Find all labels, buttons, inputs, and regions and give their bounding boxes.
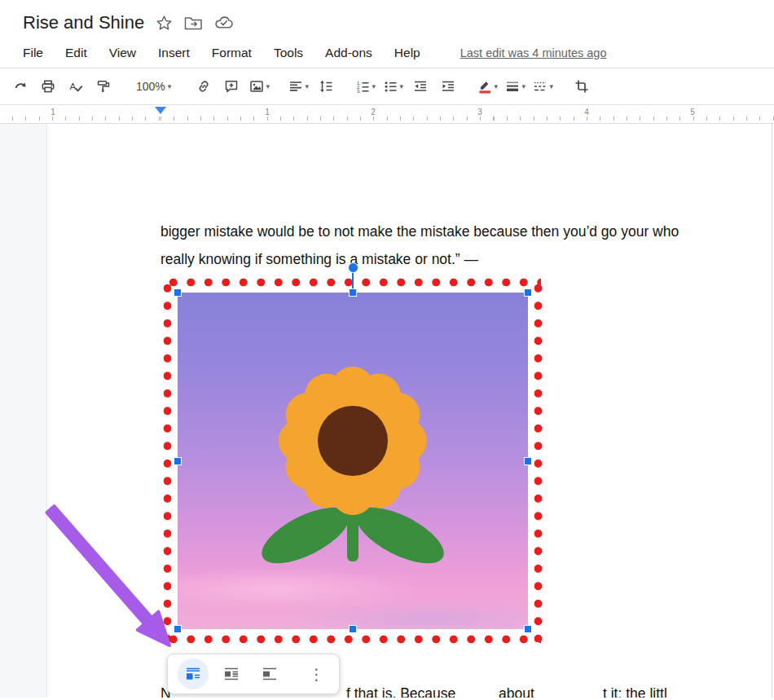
star-icon[interactable] [156, 15, 173, 32]
align-button[interactable]: ▾ [287, 74, 310, 99]
wrap-option-wrap-text[interactable] [216, 658, 247, 689]
ruler-label: 4 [584, 108, 589, 117]
chevron-down-icon: ▾ [372, 82, 376, 90]
sunflower-image[interactable] [178, 293, 528, 629]
rotation-handle[interactable] [348, 262, 358, 273]
menu-tools[interactable]: Tools [274, 46, 303, 60]
document-title[interactable]: Rise and Shine [23, 12, 144, 33]
crop-icon[interactable] [570, 74, 593, 99]
paint-format-icon[interactable] [92, 74, 115, 99]
text-line-2: really knowing if something is a mistake… [161, 245, 774, 273]
bulleted-list-button[interactable]: ▾ [381, 74, 404, 99]
selection-dots-left [163, 280, 172, 642]
decrease-indent-icon[interactable] [409, 74, 432, 99]
chevron-down-icon: ▾ [400, 82, 404, 90]
menu-addons[interactable]: Add-ons [325, 46, 372, 60]
svg-text:3.: 3. [357, 89, 361, 94]
border-color-button[interactable]: ▾ [476, 74, 499, 99]
increase-indent-icon[interactable] [437, 74, 460, 99]
resize-handle-s[interactable] [349, 625, 357, 633]
sunflower-illustration [178, 293, 528, 629]
document-area: bigger mistake would be to not make the … [0, 124, 774, 698]
menu-edit[interactable]: Edit [65, 46, 87, 60]
zoom-select[interactable]: 100% ▾ [131, 74, 176, 99]
menu-insert[interactable]: Insert [158, 46, 190, 60]
add-comment-icon[interactable] [220, 74, 243, 99]
resize-handle-sw[interactable] [174, 625, 182, 633]
text-line-1: bigger mistake would be to not make the … [161, 218, 774, 245]
resize-handle-w[interactable] [174, 457, 182, 465]
ruler-label: 5 [690, 108, 695, 117]
wrap-option-in-line[interactable] [178, 658, 209, 689]
resize-handle-e[interactable] [524, 457, 532, 465]
border-weight-button[interactable]: ▾ [504, 74, 526, 99]
indent-marker[interactable] [155, 107, 166, 114]
image-options-toolbar: ⋮ [167, 654, 340, 694]
ruler-label: 1 [265, 108, 270, 117]
ruler-label: 1 [51, 108, 55, 117]
zoom-value: 100% [136, 80, 165, 93]
chevron-down-icon: ▾ [550, 82, 554, 90]
ruler-ticks [0, 117, 774, 121]
menu-help[interactable]: Help [394, 46, 420, 60]
menu-view[interactable]: View [109, 46, 136, 60]
ruler-label: 3 [477, 108, 482, 117]
menu-file[interactable]: File [23, 46, 43, 60]
chevron-down-icon: ▾ [495, 82, 499, 90]
line-spacing-icon[interactable] [314, 74, 337, 99]
chevron-down-icon: ▾ [168, 82, 172, 90]
rotation-handle-line [352, 271, 354, 289]
border-dash-button[interactable]: ▾ [531, 74, 554, 99]
toolbar: A 100% ▾ ▾ ▾ 1.2.3. ▾ ▾ [0, 68, 774, 105]
selected-image[interactable] [178, 293, 528, 629]
last-edit-link[interactable]: Last edit was 4 minutes ago [460, 46, 607, 59]
insert-link-icon[interactable] [192, 74, 215, 99]
insert-image-button[interactable]: ▾ [248, 74, 270, 99]
svg-text:A: A [70, 81, 77, 91]
resize-handle-nw[interactable] [174, 288, 182, 297]
wrap-option-break-text[interactable] [254, 658, 285, 689]
ruler[interactable]: 1 1 2 3 4 5 [0, 105, 774, 124]
spell-check-icon[interactable]: A [64, 74, 87, 99]
chevron-down-icon: ▾ [306, 82, 310, 90]
chevron-down-icon: ▾ [522, 82, 526, 90]
bottom-text-fragment: about [499, 685, 534, 698]
redo-button[interactable] [9, 74, 32, 99]
ruler-label: 2 [371, 108, 376, 117]
titlebar: Rise and Shine [0, 0, 774, 37]
resize-handle-n[interactable] [349, 288, 357, 297]
menubar: File Edit View Insert Format Tools Add-o… [0, 37, 774, 68]
chevron-down-icon: ▾ [266, 82, 270, 90]
cloud-status-icon[interactable] [214, 15, 234, 30]
page-right-edge [772, 124, 772, 698]
bottom-text-fragment: t it; the littl [603, 685, 667, 698]
print-icon[interactable] [37, 74, 59, 99]
move-folder-icon[interactable] [184, 15, 203, 31]
paragraph-text[interactable]: bigger mistake would be to not make the … [161, 218, 774, 273]
more-options-icon[interactable]: ⋮ [304, 665, 329, 684]
resize-handle-ne[interactable] [524, 288, 532, 297]
resize-handle-se[interactable] [524, 625, 532, 633]
selection-dots-bottom [165, 635, 541, 644]
bottom-text-fragment: f that is. Because [346, 685, 455, 698]
menu-format[interactable]: Format [212, 46, 252, 60]
selection-dots-right [534, 280, 543, 642]
numbered-list-button[interactable]: 1.2.3. ▾ [354, 74, 376, 99]
